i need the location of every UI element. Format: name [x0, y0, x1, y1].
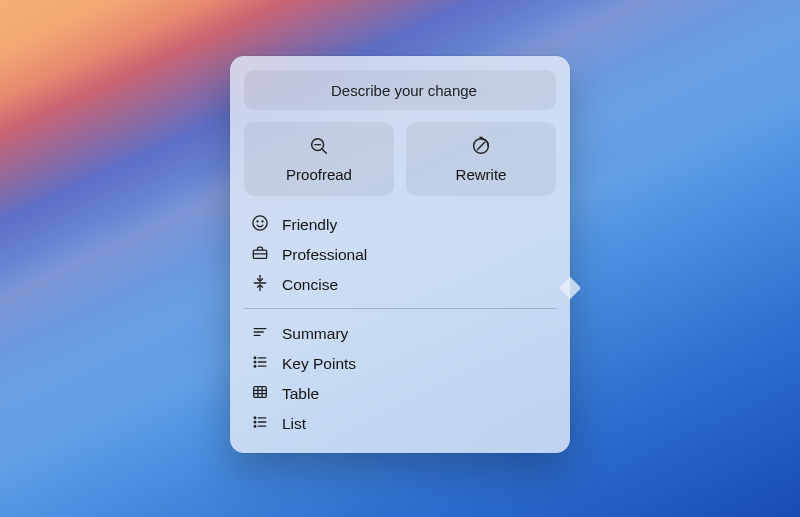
describe-change-button[interactable]: Describe your change	[244, 70, 556, 110]
svg-line-4	[322, 149, 326, 153]
format-table[interactable]: Table	[246, 379, 554, 409]
tone-concise-label: Concise	[282, 276, 338, 294]
rewrite-label: Rewrite	[456, 166, 507, 183]
svg-point-10	[262, 221, 263, 222]
svg-point-32	[254, 425, 256, 427]
tone-concise[interactable]: Concise	[246, 270, 554, 300]
briefcase-icon	[250, 243, 270, 267]
format-summary-label: Summary	[282, 325, 348, 343]
describe-change-label: Describe your change	[331, 82, 477, 99]
rewrite-button[interactable]: Rewrite	[406, 122, 556, 196]
proofread-icon	[308, 135, 330, 160]
svg-point-30	[254, 417, 256, 419]
format-table-label: Table	[282, 385, 319, 403]
table-icon	[250, 382, 270, 406]
format-menu: Summary Key Points Table List	[244, 315, 556, 441]
svg-point-19	[254, 357, 256, 359]
format-keypoints[interactable]: Key Points	[246, 349, 554, 379]
list-icon	[250, 412, 270, 436]
svg-point-20	[254, 361, 256, 363]
svg-rect-25	[254, 387, 267, 398]
tone-friendly-label: Friendly	[282, 216, 337, 234]
format-list-label: List	[282, 415, 306, 433]
primary-actions-row: Proofread Rewrite	[244, 122, 556, 196]
format-summary[interactable]: Summary	[246, 319, 554, 349]
bullet-list-icon	[250, 352, 270, 376]
svg-point-8	[253, 216, 267, 230]
tone-professional-label: Professional	[282, 246, 367, 264]
svg-line-7	[477, 142, 484, 149]
svg-point-9	[257, 221, 258, 222]
proofread-label: Proofread	[286, 166, 352, 183]
compress-icon	[250, 273, 270, 297]
summary-icon	[250, 322, 270, 346]
rewrite-icon	[470, 135, 492, 160]
format-keypoints-label: Key Points	[282, 355, 356, 373]
tone-friendly[interactable]: Friendly	[246, 210, 554, 240]
smile-icon	[250, 213, 270, 237]
format-list[interactable]: List	[246, 409, 554, 439]
writing-tools-panel: Describe your change Proofread	[230, 56, 570, 453]
menu-separator	[244, 308, 556, 309]
tone-professional[interactable]: Professional	[246, 240, 554, 270]
svg-point-21	[254, 365, 256, 367]
proofread-button[interactable]: Proofread	[244, 122, 394, 196]
tone-menu: Friendly Professional Concise	[244, 206, 556, 302]
svg-point-31	[254, 421, 256, 423]
